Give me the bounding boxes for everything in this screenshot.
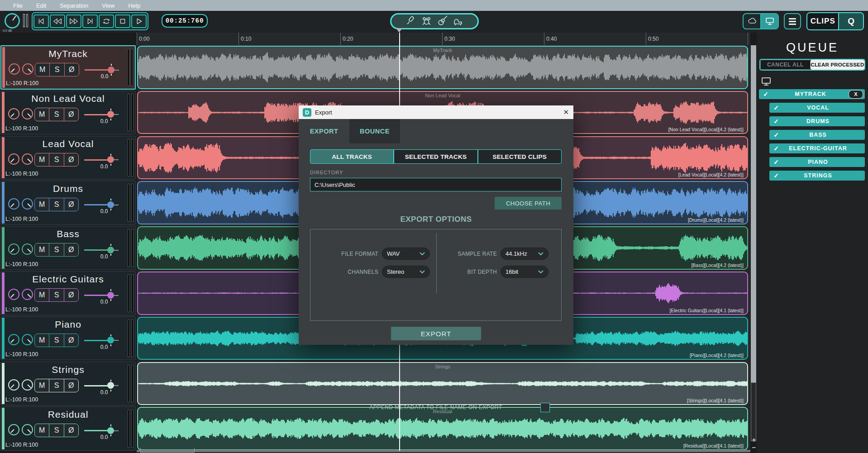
mute-button[interactable]: M — [35, 198, 49, 211]
queue-item-mytrack[interactable]: ✓MYTRACKX — [759, 89, 865, 99]
phase-button[interactable]: Ø — [64, 289, 78, 301]
phase-button[interactable]: Ø — [64, 379, 78, 392]
clips-view-button[interactable]: CLIPS — [807, 13, 838, 29]
export-confirm-button[interactable]: EXPORT — [391, 327, 481, 340]
audio-clip-mytrack[interactable]: MyTrack — [137, 46, 748, 89]
pan-left-knob[interactable] — [8, 108, 19, 119]
horizontal-scrollbar[interactable] — [137, 450, 750, 452]
mute-button[interactable]: M — [35, 289, 49, 301]
tab-export[interactable]: EXPORT — [299, 119, 349, 143]
pan-right-knob[interactable] — [22, 198, 33, 210]
horizontal-scroll-handle[interactable] — [140, 448, 195, 453]
queue-item-drums[interactable]: ✓DRUMS — [769, 116, 865, 126]
mute-button[interactable]: M — [35, 379, 49, 392]
pan-right-knob[interactable] — [22, 379, 33, 391]
rewind-button[interactable] — [50, 14, 65, 28]
choose-path-button[interactable]: CHOOSE PATH — [495, 197, 562, 210]
queue-item-strings[interactable]: ✓STRINGS — [769, 171, 865, 181]
separation-preset-button[interactable] — [390, 13, 479, 29]
phase-button[interactable]: Ø — [64, 108, 78, 121]
fast-forward-button[interactable] — [66, 14, 81, 28]
volume-slider[interactable] — [84, 429, 119, 432]
dialog-titlebar[interactable]: D Export ✕ — [299, 105, 573, 119]
phase-button[interactable]: Ø — [64, 198, 78, 211]
pan-left-knob[interactable] — [8, 289, 19, 300]
menu-item-view[interactable]: View — [95, 2, 121, 9]
pan-right-knob[interactable] — [22, 108, 33, 119]
bit-depth-dropdown[interactable]: 16bit — [501, 266, 548, 278]
volume-slider[interactable] — [84, 248, 119, 251]
audio-clip-strings[interactable]: Strings[Strings][Local][4.1 (latest)] — [137, 362, 748, 405]
mute-button[interactable]: M — [35, 334, 49, 347]
tab-bounce[interactable]: BOUNCE — [349, 119, 400, 143]
queue-item-vocal[interactable]: ✓VOCAL — [769, 103, 865, 113]
queue-item-electric-guitar[interactable]: ✓ELECTRIC-GUITAR — [769, 143, 865, 153]
phase-button[interactable]: Ø — [64, 243, 78, 256]
track-header-electric-guitars[interactable]: Electric GuitarsMSØ0.0L:-100 R:100 — [0, 271, 136, 315]
phase-button[interactable]: Ø — [64, 334, 78, 347]
master-volume-knob[interactable] — [5, 13, 20, 29]
volume-slider[interactable] — [84, 339, 119, 342]
skip-start-button[interactable] — [33, 14, 49, 28]
scrollbar-thumb[interactable] — [751, 382, 756, 441]
pan-left-knob[interactable] — [9, 63, 20, 75]
phase-button[interactable]: Ø — [64, 63, 79, 76]
pan-left-knob[interactable] — [8, 334, 19, 345]
solo-button[interactable]: S — [49, 424, 63, 437]
track-header-non-lead-vocal[interactable]: Non Lead VocalMSØ0.0L:-100 R:100 — [0, 91, 136, 135]
pan-left-knob[interactable] — [8, 424, 19, 435]
pan-right-knob[interactable] — [22, 243, 33, 255]
pan-right-knob[interactable] — [22, 63, 33, 75]
directory-input[interactable]: C:\Users\Public — [310, 178, 562, 191]
pan-left-knob[interactable] — [8, 198, 19, 210]
scope-selected-clips[interactable]: SELECTED CLIPS — [478, 149, 562, 164]
solo-button[interactable]: S — [49, 334, 63, 347]
pan-right-knob[interactable] — [22, 153, 33, 165]
track-header-strings[interactable]: StringsMSØ0.0L:-100 R:100 — [0, 362, 136, 406]
vertical-scrollbar[interactable] — [751, 45, 756, 434]
queue-view-button[interactable]: Q — [838, 13, 863, 29]
mute-button[interactable]: M — [35, 63, 49, 76]
volume-slider[interactable] — [84, 294, 119, 296]
menu-item-file[interactable]: File — [6, 2, 29, 9]
menu-item-separation[interactable]: Separation — [53, 2, 95, 9]
timeline-ruler[interactable]: 0:000:100:200:300:400:501:00 — [137, 33, 750, 46]
mute-button[interactable]: M — [35, 153, 49, 166]
scope-selected-tracks[interactable]: SELECTED TRACKS — [394, 149, 477, 164]
pan-right-knob[interactable] — [22, 424, 33, 435]
scope-all-tracks[interactable]: ALL TRACKS — [310, 149, 394, 164]
playhead-marker[interactable] — [396, 28, 402, 33]
volume-slider[interactable] — [84, 158, 119, 161]
hamburger-menu-button[interactable] — [784, 13, 801, 29]
remove-queue-item-button[interactable]: X — [849, 90, 863, 99]
clear-processed-button[interactable]: CLEAR PROCESSED — [811, 60, 864, 70]
pan-right-knob[interactable] — [22, 334, 33, 345]
cancel-all-button[interactable]: CANCEL ALL — [760, 60, 811, 70]
file-format-dropdown[interactable]: WAV — [382, 248, 430, 260]
cloud-mode-button[interactable] — [744, 14, 760, 29]
track-header-drums[interactable]: DrumsMSØ0.0L:-100 R:100 — [0, 181, 136, 225]
solo-button[interactable]: S — [49, 289, 63, 301]
solo-button[interactable]: S — [49, 153, 63, 166]
pan-left-knob[interactable] — [8, 379, 19, 391]
volume-slider[interactable] — [84, 113, 119, 116]
mute-button[interactable]: M — [35, 243, 49, 256]
volume-slider[interactable] — [84, 384, 119, 387]
sample-rate-dropdown[interactable]: 44.1kHz — [501, 248, 548, 260]
track-header-piano[interactable]: PianoMSØ0.0L:-100 R:100 — [0, 316, 136, 361]
solo-button[interactable]: S — [49, 198, 63, 211]
zoom-out-button[interactable]: − — [751, 444, 757, 451]
solo-button[interactable]: S — [49, 63, 64, 76]
local-mode-button[interactable] — [761, 14, 778, 29]
queue-item-piano[interactable]: ✓PIANO — [769, 157, 865, 167]
track-header-residual[interactable]: ResidualMSØ0.0L:-100 R:100 — [0, 406, 136, 451]
queue-item-bass[interactable]: ✓BASS — [769, 130, 865, 140]
track-header-bass[interactable]: BassMSØ0.0L:-100 R:100 — [0, 226, 136, 270]
solo-button[interactable]: S — [49, 379, 63, 392]
skip-end-button[interactable] — [82, 14, 98, 28]
volume-slider[interactable] — [84, 203, 119, 206]
audio-clip-residual[interactable]: Residual[Residual][Local][4.1 (latest)] — [137, 407, 748, 450]
zoom-in-button[interactable]: + — [751, 437, 757, 443]
volume-slider[interactable] — [85, 68, 119, 71]
solo-button[interactable]: S — [49, 108, 63, 121]
